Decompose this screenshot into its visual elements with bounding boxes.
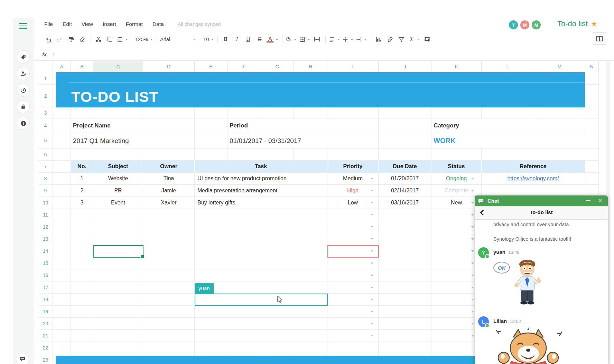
- cell-K7[interactable]: Status: [431, 161, 482, 173]
- menu-item-view[interactable]: View: [82, 21, 93, 27]
- cell-K11[interactable]: [431, 209, 482, 221]
- cell-B16[interactable]: [71, 269, 93, 281]
- paste-menu-caret[interactable]: [125, 39, 128, 40]
- font-select[interactable]: Arial: [160, 34, 196, 45]
- priority-dropdown-icon[interactable]: [371, 202, 373, 204]
- row-header-11[interactable]: 11: [38, 209, 53, 221]
- cell-C6[interactable]: [93, 149, 143, 161]
- cell-E8[interactable]: UI design for new product promotion: [195, 173, 327, 185]
- cell-E13[interactable]: [195, 233, 327, 245]
- cell-K16[interactable]: [431, 269, 482, 281]
- cell-K12[interactable]: [431, 221, 482, 233]
- status-dropdown-icon[interactable]: [471, 287, 474, 288]
- cell-E11[interactable]: [195, 209, 327, 221]
- cell-J11[interactable]: [379, 209, 431, 221]
- main-menu-button[interactable]: [19, 23, 27, 29]
- row-header-21[interactable]: 21: [38, 330, 53, 342]
- cell-A16[interactable]: [53, 269, 71, 281]
- font-size-select[interactable]: 10: [203, 34, 214, 45]
- cell-D8[interactable]: Tina: [143, 173, 195, 185]
- cell-A22[interactable]: [53, 342, 71, 354]
- status-dropdown-icon[interactable]: [471, 190, 474, 192]
- row-header-14[interactable]: 14: [38, 245, 53, 257]
- cell-E16[interactable]: [195, 269, 327, 281]
- cell-L8[interactable]: https://synology.com/: [482, 173, 585, 185]
- cell-K13[interactable]: [431, 233, 482, 245]
- cell-B9[interactable]: 2: [71, 185, 93, 197]
- status-dropdown-icon[interactable]: [471, 311, 474, 313]
- column-header-F[interactable]: F: [227, 61, 261, 72]
- cell-B15[interactable]: [71, 257, 93, 269]
- cell-J13[interactable]: [379, 233, 431, 245]
- cell-A15[interactable]: [53, 257, 71, 269]
- cell-D13[interactable]: [143, 233, 195, 245]
- fill-color-button[interactable]: [286, 34, 297, 45]
- column-header-D[interactable]: D: [143, 61, 195, 72]
- menu-item-data[interactable]: Data: [152, 21, 164, 27]
- cell-E5[interactable]: [195, 133, 227, 149]
- menu-item-format[interactable]: Format: [126, 21, 143, 27]
- vertical-align-button[interactable]: [342, 34, 353, 45]
- cell-I7[interactable]: Priority: [327, 161, 379, 173]
- cell-E15[interactable]: [195, 257, 327, 269]
- cell-E6[interactable]: [195, 149, 227, 161]
- cell-J14[interactable]: [379, 245, 431, 257]
- cell-I3[interactable]: [327, 107, 379, 118]
- cell-E17[interactable]: [195, 281, 327, 294]
- cell-E14[interactable]: [195, 245, 327, 257]
- underline-button[interactable]: U: [244, 34, 253, 45]
- row-header-9[interactable]: 9: [38, 185, 53, 197]
- cell-C7[interactable]: Subject: [93, 161, 143, 173]
- cell-A6[interactable]: [53, 149, 71, 161]
- status-dropdown-icon[interactable]: [471, 214, 474, 216]
- strikethrough-button[interactable]: S: [255, 34, 264, 45]
- cell-C21[interactable]: [93, 330, 143, 342]
- cell-J10[interactable]: 03/16/2017: [379, 197, 431, 209]
- cell-L3[interactable]: [482, 107, 534, 118]
- format-painter-button[interactable]: [66, 34, 75, 45]
- cell-A4[interactable]: [53, 118, 71, 133]
- cell-K8[interactable]: Ongoing: [431, 173, 482, 185]
- chat-close-button[interactable]: ✕: [598, 198, 602, 204]
- cell-K15[interactable]: [431, 257, 482, 269]
- cell-K17[interactable]: [431, 281, 482, 294]
- cell-J19[interactable]: [379, 306, 431, 318]
- cell-D9[interactable]: Jamie: [143, 185, 195, 197]
- cell-C11[interactable]: [93, 209, 143, 221]
- cell-J5[interactable]: [379, 133, 431, 149]
- cell-B10[interactable]: 3: [71, 197, 93, 209]
- cell-K20[interactable]: [431, 318, 482, 330]
- menu-item-insert[interactable]: Insert: [103, 21, 116, 27]
- cell-K21[interactable]: [431, 330, 482, 342]
- collaborator-avatar-2[interactable]: M: [531, 20, 541, 30]
- priority-dropdown-icon[interactable]: [371, 262, 373, 264]
- cell-N7[interactable]: [585, 161, 599, 173]
- cell-J9[interactable]: 02/14/2017: [379, 185, 431, 197]
- priority-dropdown-icon[interactable]: [371, 178, 373, 180]
- priority-dropdown-icon[interactable]: [371, 214, 373, 216]
- side-panel-toggle-button[interactable]: [592, 32, 607, 45]
- horizontal-align-button[interactable]: [329, 34, 340, 45]
- collaborator-avatar-0[interactable]: Y: [508, 20, 519, 30]
- info-button[interactable]: [17, 117, 30, 130]
- cell-N6[interactable]: [585, 149, 599, 161]
- cell-C20[interactable]: [93, 318, 143, 330]
- cell-E22[interactable]: [195, 342, 327, 354]
- reference-link[interactable]: https://synology.com/: [507, 175, 559, 182]
- select-all-corner[interactable]: [38, 61, 53, 72]
- priority-dropdown-icon[interactable]: [371, 287, 373, 288]
- row-header-22[interactable]: 22: [38, 342, 53, 354]
- cell-J22[interactable]: [379, 342, 431, 354]
- cell-N3[interactable]: [585, 107, 599, 118]
- cell-D21[interactable]: [143, 330, 195, 342]
- protect-button[interactable]: [17, 100, 30, 113]
- cell-D22[interactable]: [143, 342, 195, 354]
- status-dropdown-icon[interactable]: [471, 250, 474, 252]
- functions-button[interactable]: Σ: [408, 34, 420, 45]
- column-header-E[interactable]: E: [195, 61, 227, 72]
- cell-J21[interactable]: [379, 330, 431, 342]
- cell-N4[interactable]: [585, 118, 599, 133]
- cell-B17[interactable]: [71, 281, 93, 294]
- undo-button[interactable]: [44, 34, 53, 45]
- cell-K14[interactable]: [431, 245, 482, 257]
